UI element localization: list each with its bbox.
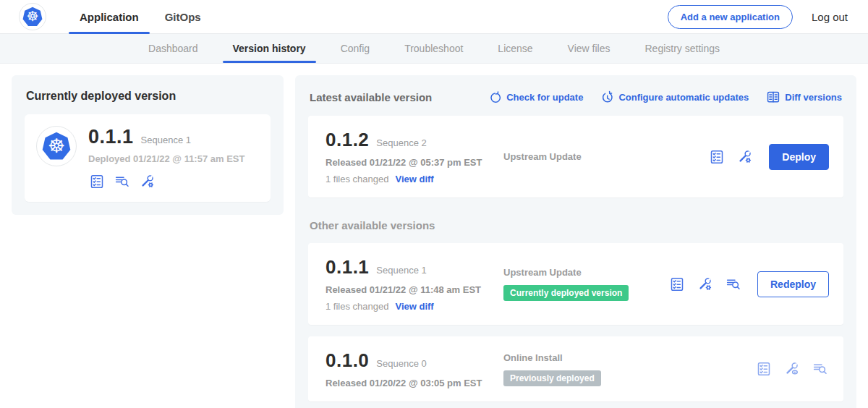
kubernetes-wheel-icon: ☸ bbox=[48, 136, 65, 156]
released-timestamp: Released 01/21/22 @ 05:37 pm EST bbox=[326, 157, 503, 168]
version-number: 0.1.1 bbox=[326, 256, 369, 279]
diff-table-icon bbox=[766, 90, 780, 104]
app-logo: ☸ bbox=[19, 3, 46, 30]
configure-automatic-updates-label: Configure automatic updates bbox=[618, 92, 749, 103]
preflight-checks-icon[interactable] bbox=[755, 360, 773, 378]
subnav-tab-view-files[interactable]: View files bbox=[550, 34, 628, 63]
edit-config-icon[interactable] bbox=[697, 276, 714, 293]
subnav-tab-registry-settings[interactable]: Registry settings bbox=[628, 34, 737, 63]
subnav-tab-license[interactable]: License bbox=[480, 34, 550, 63]
currently-deployed-card: Currently deployed version ☸ 0.1.1 Seque… bbox=[12, 75, 284, 215]
top-bar: ☸ Application GitOps Add a new applicati… bbox=[0, 0, 868, 34]
version-number: 0.1.2 bbox=[326, 129, 369, 151]
version-history-panel: Latest available version Check for updat… bbox=[295, 75, 856, 408]
clock-refresh-icon bbox=[600, 90, 614, 104]
edit-config-icon[interactable] bbox=[139, 173, 156, 190]
version-row-0-1-0: 0.1.0 Sequence 0 Released 01/20/22 @ 03:… bbox=[308, 336, 843, 401]
refresh-icon bbox=[488, 90, 502, 104]
check-for-update-label: Check for update bbox=[506, 92, 583, 103]
version-number: 0.1.0 bbox=[326, 349, 369, 372]
diff-versions-link[interactable]: Diff versions bbox=[766, 90, 842, 104]
deployed-version-card: ☸ 0.1.1 Sequence 1 Deployed 01/21/22 @ 1… bbox=[25, 114, 271, 202]
deployed-version-number: 0.1.1 bbox=[88, 126, 134, 148]
logout-link[interactable]: Log out bbox=[812, 11, 848, 23]
preflight-checks-icon[interactable] bbox=[668, 276, 686, 293]
view-diff-link[interactable]: View diff bbox=[395, 174, 433, 184]
version-source-label: Upstream Update bbox=[503, 151, 582, 162]
subnav-tab-troubleshoot[interactable]: Troubleshoot bbox=[387, 34, 480, 63]
app-subnav: Dashboard Version history Config Trouble… bbox=[0, 34, 868, 64]
subnav-tab-version-history[interactable]: Version history bbox=[216, 34, 323, 63]
deploy-button[interactable]: Deploy bbox=[769, 144, 829, 170]
subnav-tab-dashboard[interactable]: Dashboard bbox=[131, 34, 216, 63]
view-config-icon[interactable] bbox=[783, 360, 801, 378]
kubernetes-wheel-icon: ☸ bbox=[26, 9, 38, 24]
redeploy-button[interactable]: Redeploy bbox=[757, 271, 829, 297]
currently-deployed-badge: Currently deployed version bbox=[503, 285, 629, 301]
sequence-label: Sequence 1 bbox=[376, 265, 426, 276]
tab-gitops[interactable]: GitOps bbox=[154, 0, 212, 33]
deploy-logs-icon[interactable] bbox=[812, 360, 829, 378]
preflight-checks-icon[interactable] bbox=[708, 148, 726, 166]
released-timestamp: Released 01/21/22 @ 11:48 am EST bbox=[326, 284, 503, 295]
sequence-label: Sequence 2 bbox=[376, 137, 426, 148]
version-row-0-1-2: 0.1.2 Sequence 2 Released 01/21/22 @ 05:… bbox=[308, 116, 843, 197]
version-source-label: Upstream Update bbox=[503, 267, 582, 278]
subnav-tab-config[interactable]: Config bbox=[323, 34, 387, 63]
deploy-logs-icon[interactable] bbox=[725, 276, 742, 293]
sequence-label: Sequence 0 bbox=[376, 358, 426, 369]
currently-deployed-title: Currently deployed version bbox=[26, 90, 271, 103]
view-diff-link[interactable]: View diff bbox=[395, 301, 433, 312]
deploy-logs-icon[interactable] bbox=[114, 173, 131, 190]
files-changed-label: 1 files changed bbox=[326, 301, 388, 312]
version-row-0-1-1: 0.1.1 Sequence 1 Released 01/21/22 @ 11:… bbox=[308, 243, 843, 325]
latest-available-title: Latest available version bbox=[310, 91, 432, 103]
preflight-checks-icon[interactable] bbox=[88, 173, 106, 190]
top-tabs: Application GitOps bbox=[67, 0, 214, 33]
files-changed-label: 1 files changed bbox=[326, 174, 388, 184]
previously-deployed-badge: Previously deployed bbox=[503, 370, 601, 386]
deployed-timestamp: Deployed 01/21/22 @ 11:57 am EST bbox=[88, 153, 244, 164]
released-timestamp: Released 01/20/22 @ 03:05 pm EST bbox=[326, 378, 503, 388]
app-logo: ☸ bbox=[36, 126, 77, 166]
add-application-button[interactable]: Add a new application bbox=[668, 5, 793, 29]
version-source-label: Online Install bbox=[503, 352, 563, 363]
edit-config-icon[interactable] bbox=[736, 148, 754, 166]
tab-application[interactable]: Application bbox=[69, 0, 150, 33]
diff-versions-label: Diff versions bbox=[785, 92, 842, 103]
check-for-update-link[interactable]: Check for update bbox=[488, 90, 583, 104]
deployed-sequence-label: Sequence 1 bbox=[141, 135, 191, 145]
other-versions-title: Other available versions bbox=[310, 219, 842, 231]
configure-automatic-updates-link[interactable]: Configure automatic updates bbox=[600, 90, 749, 104]
